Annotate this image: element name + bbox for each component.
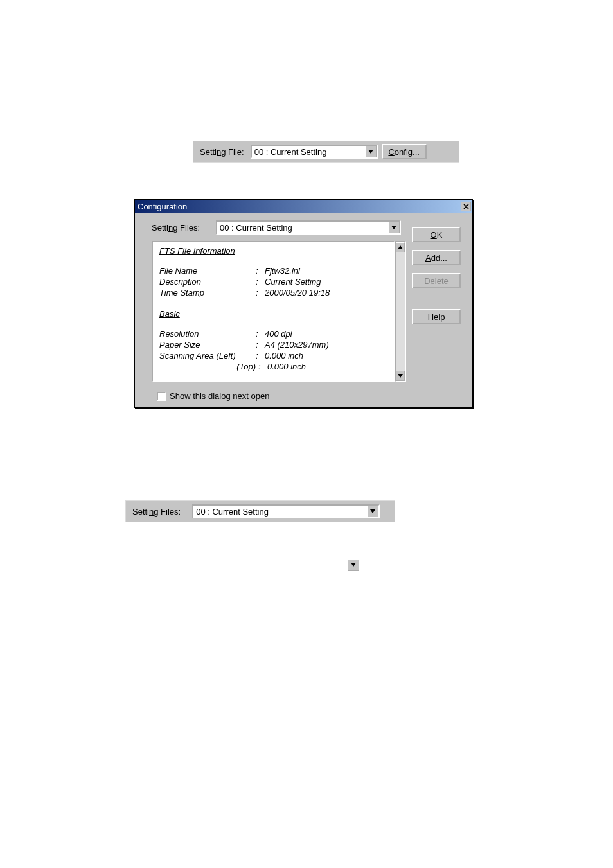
setting-file-label: Setting File: (196, 147, 251, 157)
show-dialog-checkbox[interactable] (157, 392, 166, 401)
info-panel: FTS File Information File Name : Fjtw32.… (152, 241, 395, 382)
setting-files-bar-input[interactable] (193, 506, 367, 517)
info-row-scan-top: (Top) : 0.000 inch (159, 362, 387, 371)
setting-file-bar: Setting File: Config... (193, 141, 459, 163)
setting-files-label: Setting Files: (152, 223, 200, 233)
svg-marker-1 (391, 226, 396, 229)
delete-button: Delete (412, 273, 461, 288)
dialog-titlebar: Configuration (135, 200, 472, 213)
help-button[interactable]: Help (412, 309, 461, 324)
chevron-down-icon[interactable] (348, 559, 359, 571)
add-button[interactable]: Add... (412, 250, 461, 265)
svg-marker-4 (370, 509, 375, 513)
svg-marker-2 (398, 245, 403, 249)
close-icon[interactable] (461, 202, 471, 211)
setting-files-combo[interactable] (216, 220, 401, 235)
chevron-down-icon[interactable] (388, 222, 400, 233)
chevron-down-icon[interactable] (365, 146, 377, 157)
info-heading-basic: Basic (159, 309, 387, 319)
info-row-filename: File Name : Fjtw32.ini (159, 266, 387, 276)
svg-marker-3 (398, 374, 403, 378)
info-row-papersize: Paper Size : A4 (210x297mm) (159, 340, 387, 350)
configuration-dialog: Configuration Setting Files: FTS File In… (134, 199, 473, 408)
info-row-description: Description : Current Setting (159, 277, 387, 287)
scroll-up-icon[interactable] (396, 242, 405, 252)
chevron-down-icon[interactable] (367, 506, 378, 517)
setting-files-input[interactable] (217, 222, 388, 233)
show-dialog-row: Show this dialog next open (157, 391, 269, 401)
ok-button[interactable]: OK (412, 227, 461, 242)
scroll-down-icon[interactable] (396, 371, 405, 381)
show-dialog-label: Show this dialog next open (170, 391, 269, 401)
info-row-scan-left: Scanning Area (Left) : 0.000 inch (159, 351, 387, 360)
svg-marker-0 (368, 150, 373, 154)
info-scrollbar[interactable] (395, 241, 406, 382)
svg-marker-5 (351, 563, 356, 567)
dialog-button-column: OK Add... Delete Help (412, 227, 461, 324)
setting-file-combo[interactable] (251, 145, 378, 159)
setting-file-input[interactable] (252, 146, 365, 157)
info-row-timestamp: Time Stamp : 2000/05/20 19:18 (159, 288, 387, 297)
config-button[interactable]: Config... (382, 144, 427, 159)
setting-files-bar-combo[interactable] (192, 504, 380, 518)
setting-files-bar-label: Setting Files: (130, 507, 192, 517)
info-row-resolution: Resolution : 400 dpi (159, 329, 387, 339)
info-heading-fts: FTS File Information (159, 246, 387, 256)
setting-files-bar: Setting Files: (125, 500, 395, 522)
dialog-body: Setting Files: FTS File Information File… (135, 213, 472, 407)
dialog-title: Configuration (138, 202, 187, 211)
